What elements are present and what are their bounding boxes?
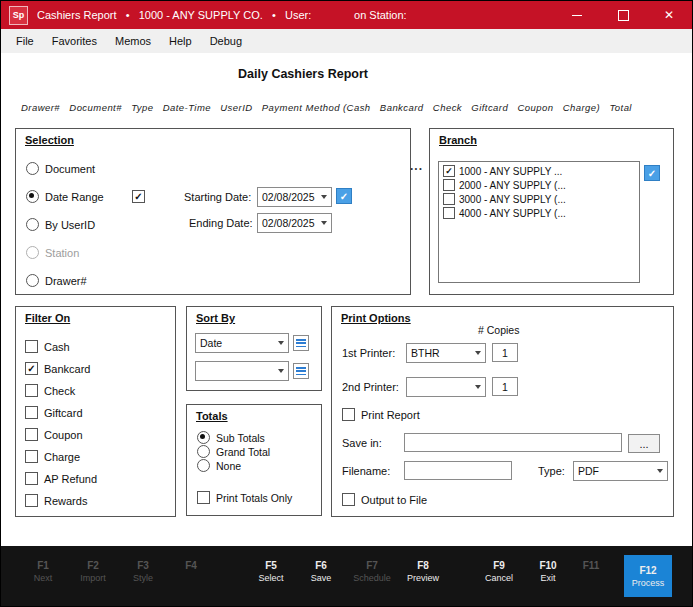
filter-ap-refund[interactable]: AP Refund: [25, 472, 97, 485]
fn-f1-next: F1 Next: [15, 560, 71, 583]
filter-coupon-label: Coupon: [44, 429, 83, 441]
menu-help[interactable]: Help: [160, 31, 201, 51]
filter-bankcard-label: Bankcard: [44, 363, 90, 375]
filter-bankcard[interactable]: Bankcard: [25, 362, 90, 375]
radio-sub-totals[interactable]: Sub Totals: [197, 431, 265, 444]
starting-date-combo[interactable]: 02/08/2025: [257, 187, 332, 207]
fn-f8-preview[interactable]: F8 Preview: [395, 560, 451, 583]
filter-charge[interactable]: Charge: [25, 450, 80, 463]
radio-by-userid[interactable]: By UserID: [26, 218, 95, 231]
fn-action-label: Preview: [395, 573, 451, 583]
branch-item-2000[interactable]: 2000 - ANY SUPPLY (...: [439, 178, 639, 192]
filename-label: Filename:: [342, 465, 390, 477]
fn-key-label: F2: [65, 560, 121, 571]
branch-item-1000[interactable]: 1000 - ANY SUPPLY ...: [439, 164, 639, 178]
save-in-input[interactable]: [404, 433, 622, 452]
fn-f11: F11: [563, 560, 619, 573]
branch-item-3000[interactable]: 3000 - ANY SUPPLY (...: [439, 192, 639, 206]
fn-action-label: Save: [293, 573, 349, 583]
branch-checkbox-3000[interactable]: [443, 193, 455, 205]
fn-f9-cancel[interactable]: F9 Cancel: [471, 560, 527, 583]
printer2-combo[interactable]: [406, 377, 486, 397]
sort-by-secondary-combo[interactable]: [195, 361, 289, 381]
sort-by-primary-combo[interactable]: Date: [195, 333, 289, 353]
fn-key-label: F9: [471, 560, 527, 571]
starting-date-confirm-button[interactable]: [336, 188, 352, 204]
fn-f12-process-button[interactable]: F12 Process: [624, 555, 672, 597]
branch-listbox[interactable]: 1000 - ANY SUPPLY ... 2000 - ANY SUPPLY …: [438, 161, 640, 283]
minimize-button[interactable]: [554, 1, 600, 29]
filename-input[interactable]: [404, 461, 512, 480]
save-in-label: Save in:: [342, 437, 382, 449]
radio-grand-total-circle: [197, 445, 210, 458]
filter-rewards-checkbox: [25, 494, 38, 507]
filter-giftcard[interactable]: Giftcard: [25, 406, 83, 419]
menu-favorites[interactable]: Favorites: [43, 31, 106, 51]
filter-cash[interactable]: Cash: [25, 340, 70, 353]
branch-group-label: Branch: [439, 134, 477, 146]
print-report-label: Print Report: [361, 409, 420, 421]
filter-rewards[interactable]: Rewards: [25, 494, 87, 507]
print-report-checkbox: [342, 408, 355, 421]
filter-check-checkbox: [25, 384, 38, 397]
radio-date-range-label: Date Range: [45, 191, 104, 203]
fn-key-label: F5: [243, 560, 299, 571]
filter-giftcard-checkbox: [25, 406, 38, 419]
print-report-checkbox-row[interactable]: Print Report: [342, 408, 420, 421]
printer1-value: BTHR: [411, 347, 440, 359]
fn-f5-select[interactable]: F5 Select: [243, 560, 299, 583]
printer1-copies-input[interactable]: [492, 343, 518, 362]
branch-item-4000[interactable]: 4000 - ANY SUPPLY (...: [439, 206, 639, 220]
fn-key-label: F1: [15, 560, 71, 571]
branch-checkbox-1000[interactable]: [443, 165, 455, 177]
output-to-file-checkbox-row[interactable]: Output to File: [342, 493, 427, 506]
radio-drawer[interactable]: Drawer#: [26, 274, 87, 287]
menu-memos[interactable]: Memos: [106, 31, 160, 51]
chevron-down-icon: [470, 385, 485, 389]
filter-rewards-label: Rewards: [44, 495, 87, 507]
type-combo[interactable]: PDF: [573, 461, 668, 481]
fn-key-label: F12: [639, 565, 656, 576]
minimize-icon: [572, 15, 582, 16]
chevron-down-icon: [273, 341, 288, 345]
chevron-down-icon: [316, 195, 331, 199]
radio-none[interactable]: None: [197, 459, 241, 472]
app-icon: Sp: [9, 6, 28, 25]
radio-document[interactable]: Document: [26, 162, 95, 175]
fn-key-label: F7: [344, 560, 400, 571]
maximize-button[interactable]: [600, 1, 646, 29]
branch-item-label: 3000 - ANY SUPPLY (...: [459, 194, 566, 205]
radio-sub-totals-label: Sub Totals: [216, 432, 265, 444]
radio-grand-total[interactable]: Grand Total: [197, 445, 270, 458]
chevron-down-icon: [652, 469, 667, 473]
printer1-combo[interactable]: BTHR: [406, 343, 486, 363]
totals-group-label: Totals: [196, 410, 228, 422]
printer2-copies-input[interactable]: [492, 377, 518, 396]
menu-debug[interactable]: Debug: [201, 31, 251, 51]
radio-date-range[interactable]: Date Range: [26, 190, 104, 203]
radio-by-userid-circle: [26, 218, 39, 231]
fn-action-label: Style: [115, 573, 171, 583]
branch-checkbox-4000[interactable]: [443, 207, 455, 219]
type-label: Type:: [538, 465, 565, 477]
sort-by-secondary-list-button[interactable]: [293, 363, 309, 379]
sort-by-primary-list-button[interactable]: [293, 335, 309, 351]
sort-by-primary-value: Date: [200, 337, 222, 349]
branch-select-all-button[interactable]: [644, 165, 660, 181]
print-totals-only-checkbox-row[interactable]: Print Totals Only: [197, 491, 292, 504]
menu-file[interactable]: File: [7, 31, 43, 51]
function-key-bar: F1 Next F2 Import F3 Style F4 F5 Select …: [1, 546, 692, 607]
close-button[interactable]: ✕: [646, 1, 692, 29]
fn-key-label: F4: [163, 560, 219, 571]
filter-check[interactable]: Check: [25, 384, 75, 397]
fn-f6-save[interactable]: F6 Save: [293, 560, 349, 583]
date-range-checkbox[interactable]: [132, 190, 145, 203]
filter-coupon[interactable]: Coupon: [25, 428, 83, 441]
browse-button[interactable]: ...: [628, 434, 660, 453]
fn-action-label: Next: [15, 573, 71, 583]
branch-checkbox-2000[interactable]: [443, 179, 455, 191]
ending-date-combo[interactable]: 02/08/2025: [257, 213, 332, 233]
filter-check-label: Check: [44, 385, 75, 397]
filter-coupon-checkbox: [25, 428, 38, 441]
output-to-file-checkbox: [342, 493, 355, 506]
